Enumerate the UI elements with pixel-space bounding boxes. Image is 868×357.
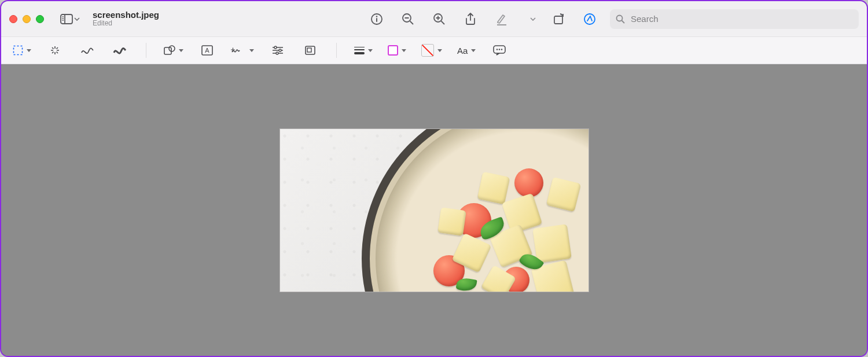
svg-point-40 <box>276 52 278 54</box>
svg-line-25 <box>52 47 54 49</box>
svg-line-28 <box>57 52 58 54</box>
svg-point-18 <box>617 15 623 21</box>
search-icon <box>616 14 625 24</box>
cheese-cube <box>477 171 510 204</box>
file-status: Edited <box>93 20 159 28</box>
svg-rect-42 <box>307 48 311 52</box>
sign-icon <box>231 46 246 54</box>
svg-rect-20 <box>14 46 23 55</box>
sliders-icon <box>272 46 284 55</box>
sidebar-icon <box>60 14 73 24</box>
border-color-tool[interactable] <box>388 41 406 60</box>
cheese-cube <box>437 207 466 236</box>
text-tool[interactable]: A <box>198 41 216 60</box>
rotate-icon <box>552 13 565 25</box>
svg-line-19 <box>622 20 625 23</box>
chevron-down-icon <box>530 17 536 21</box>
line-weight-tool[interactable] <box>354 41 373 60</box>
markup-button[interactable] <box>579 8 601 30</box>
markup-toolbar: A Aa <box>1 37 867 64</box>
svg-point-46 <box>501 49 502 50</box>
highlight-button[interactable] <box>491 8 513 30</box>
svg-point-38 <box>279 49 281 51</box>
border-color-swatch-icon <box>388 45 398 56</box>
crop-icon <box>304 45 316 56</box>
sketch-tool[interactable] <box>79 41 96 60</box>
close-window-button[interactable] <box>9 15 17 23</box>
minimize-window-button[interactable] <box>23 15 31 23</box>
highlight-menu-button[interactable] <box>528 8 538 30</box>
info-button[interactable] <box>366 8 388 30</box>
cheese-cube <box>546 176 581 212</box>
line-weight-icon <box>354 47 365 54</box>
zoom-out-button[interactable] <box>397 8 419 30</box>
preview-window: screenshot.jpeg Edited <box>0 0 868 357</box>
titlebar: screenshot.jpeg Edited <box>1 1 867 37</box>
draw-tool[interactable] <box>111 41 128 60</box>
cheese-cube <box>532 224 572 263</box>
svg-text:A: A <box>205 47 209 54</box>
text-icon: A <box>201 45 213 56</box>
search-input[interactable] <box>630 13 853 24</box>
canvas-area[interactable] <box>1 64 867 356</box>
tomato <box>514 168 543 197</box>
svg-line-12 <box>442 21 445 24</box>
chevron-down-icon <box>74 17 80 21</box>
svg-rect-7 <box>376 18 377 22</box>
selection-tool[interactable] <box>13 41 31 60</box>
svg-line-27 <box>52 52 54 54</box>
fill-color-tool[interactable] <box>421 41 442 60</box>
svg-rect-0 <box>61 14 72 24</box>
svg-point-17 <box>584 14 595 24</box>
separator <box>146 43 146 58</box>
svg-line-26 <box>57 47 58 49</box>
edited-image[interactable] <box>279 128 589 292</box>
sign-tool[interactable] <box>231 41 254 60</box>
crop-tool[interactable] <box>301 41 319 60</box>
adjust-color-tool[interactable] <box>269 41 286 60</box>
share-icon <box>465 12 476 26</box>
sketch-icon <box>80 46 94 55</box>
file-name: screenshot.jpeg <box>93 10 159 20</box>
caption-tool[interactable] <box>491 41 508 60</box>
rotate-button[interactable] <box>547 8 569 30</box>
shapes-icon <box>164 45 175 56</box>
svg-point-30 <box>169 46 175 51</box>
zoom-out-icon <box>402 13 414 25</box>
instant-alpha-tool[interactable] <box>46 41 64 60</box>
fullscreen-window-button[interactable] <box>36 15 44 23</box>
zoom-in-button[interactable] <box>428 8 450 30</box>
font-style-label: Aa <box>457 46 468 56</box>
search-field[interactable] <box>610 9 859 29</box>
sidebar-toggle-button[interactable] <box>57 8 83 30</box>
separator <box>336 43 337 58</box>
svg-rect-16 <box>554 16 562 24</box>
wand-icon <box>49 45 61 56</box>
svg-point-44 <box>496 49 498 50</box>
fill-color-swatch-icon <box>421 44 434 57</box>
svg-point-6 <box>376 16 378 17</box>
caption-icon <box>493 45 506 56</box>
zoom-in-icon <box>433 13 446 25</box>
svg-point-36 <box>274 46 277 49</box>
document-title: screenshot.jpeg Edited <box>93 10 159 28</box>
shapes-tool[interactable] <box>164 41 183 60</box>
traffic-lights <box>9 15 44 23</box>
svg-line-9 <box>410 21 414 24</box>
info-icon <box>370 13 383 25</box>
font-style-tool[interactable]: Aa <box>457 41 476 60</box>
markup-icon <box>583 13 596 25</box>
share-button[interactable] <box>459 8 481 30</box>
pencil-icon <box>496 13 507 25</box>
draw-icon <box>113 46 127 55</box>
svg-point-45 <box>499 49 500 50</box>
selection-icon <box>13 45 23 56</box>
